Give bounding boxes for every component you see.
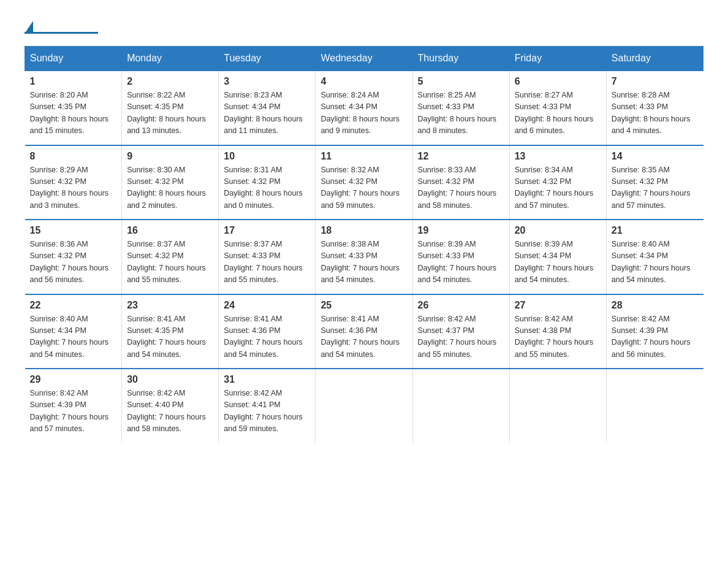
- calendar-cell: 26 Sunrise: 8:42 AMSunset: 4:37 PMDaylig…: [412, 294, 509, 369]
- weekday-header-friday: Friday: [509, 47, 606, 71]
- day-number: 23: [127, 300, 213, 311]
- calendar-cell: 4 Sunrise: 8:24 AMSunset: 4:34 PMDayligh…: [316, 71, 412, 145]
- calendar-cell: 22 Sunrise: 8:40 AMSunset: 4:34 PMDaylig…: [25, 294, 122, 369]
- day-info: Sunrise: 8:34 AMSunset: 4:32 PMDaylight:…: [515, 164, 601, 212]
- day-number: 9: [127, 151, 213, 162]
- day-info: Sunrise: 8:36 AMSunset: 4:32 PMDaylight:…: [30, 239, 117, 286]
- weekday-header-wednesday: Wednesday: [316, 47, 412, 71]
- day-number: 22: [30, 300, 117, 311]
- calendar-cell: 8 Sunrise: 8:29 AMSunset: 4:32 PMDayligh…: [25, 145, 122, 220]
- day-number: 4: [320, 76, 407, 87]
- calendar-cell: [509, 369, 606, 443]
- calendar-cell: 11 Sunrise: 8:32 AMSunset: 4:32 PMDaylig…: [316, 145, 412, 220]
- day-number: 2: [127, 76, 213, 87]
- calendar-cell: 29 Sunrise: 8:42 AMSunset: 4:39 PMDaylig…: [25, 369, 122, 443]
- logo: [25, 18, 98, 34]
- calendar-body: 1 Sunrise: 8:20 AMSunset: 4:35 PMDayligh…: [25, 71, 703, 443]
- day-number: 7: [612, 76, 699, 87]
- calendar-cell: 18 Sunrise: 8:38 AMSunset: 4:33 PMDaylig…: [316, 220, 412, 294]
- day-info: Sunrise: 8:42 AMSunset: 4:39 PMDaylight:…: [612, 313, 699, 361]
- calendar-cell: 9 Sunrise: 8:30 AMSunset: 4:32 PMDayligh…: [122, 145, 219, 220]
- logo-triangle-icon: [26, 21, 33, 32]
- calendar-cell: 6 Sunrise: 8:27 AMSunset: 4:33 PMDayligh…: [509, 71, 606, 145]
- day-number: 5: [418, 76, 504, 87]
- calendar-cell: 30 Sunrise: 8:42 AMSunset: 4:40 PMDaylig…: [122, 369, 219, 443]
- day-number: 3: [224, 76, 310, 87]
- calendar-cell: [316, 369, 412, 443]
- day-number: 31: [224, 374, 310, 385]
- day-number: 29: [30, 374, 117, 385]
- day-number: 25: [320, 300, 407, 311]
- weekday-header-saturday: Saturday: [606, 47, 703, 71]
- logo-underline: [25, 32, 98, 34]
- calendar-cell: 21 Sunrise: 8:40 AMSunset: 4:34 PMDaylig…: [606, 220, 703, 294]
- day-number: 17: [224, 225, 310, 236]
- day-number: 12: [418, 151, 504, 162]
- day-info: Sunrise: 8:27 AMSunset: 4:33 PMDaylight:…: [515, 90, 601, 137]
- day-info: Sunrise: 8:20 AMSunset: 4:35 PMDaylight:…: [30, 90, 117, 137]
- calendar-cell: 19 Sunrise: 8:39 AMSunset: 4:33 PMDaylig…: [412, 220, 509, 294]
- calendar-cell: 10 Sunrise: 8:31 AMSunset: 4:32 PMDaylig…: [219, 145, 316, 220]
- day-number: 24: [224, 300, 310, 311]
- day-number: 1: [30, 76, 117, 87]
- day-number: 27: [515, 300, 601, 311]
- day-number: 28: [612, 300, 699, 311]
- day-info: Sunrise: 8:33 AMSunset: 4:32 PMDaylight:…: [418, 164, 504, 212]
- calendar-week-row: 8 Sunrise: 8:29 AMSunset: 4:32 PMDayligh…: [25, 145, 703, 220]
- calendar-week-row: 15 Sunrise: 8:36 AMSunset: 4:32 PMDaylig…: [25, 220, 703, 294]
- calendar-cell: 27 Sunrise: 8:42 AMSunset: 4:38 PMDaylig…: [509, 294, 606, 369]
- calendar-week-row: 22 Sunrise: 8:40 AMSunset: 4:34 PMDaylig…: [25, 294, 703, 369]
- calendar-table: SundayMondayTuesdayWednesdayThursdayFrid…: [25, 46, 703, 443]
- calendar-cell: 14 Sunrise: 8:35 AMSunset: 4:32 PMDaylig…: [606, 145, 703, 220]
- calendar-cell: 7 Sunrise: 8:28 AMSunset: 4:33 PMDayligh…: [606, 71, 703, 145]
- day-info: Sunrise: 8:31 AMSunset: 4:32 PMDaylight:…: [224, 164, 310, 212]
- calendar-week-row: 29 Sunrise: 8:42 AMSunset: 4:39 PMDaylig…: [25, 369, 703, 443]
- calendar-cell: 5 Sunrise: 8:25 AMSunset: 4:33 PMDayligh…: [412, 71, 509, 145]
- calendar-header: SundayMondayTuesdayWednesdayThursdayFrid…: [25, 47, 703, 71]
- calendar-cell: 28 Sunrise: 8:42 AMSunset: 4:39 PMDaylig…: [606, 294, 703, 369]
- day-info: Sunrise: 8:28 AMSunset: 4:33 PMDaylight:…: [612, 90, 699, 137]
- calendar-cell: [412, 369, 509, 443]
- day-info: Sunrise: 8:40 AMSunset: 4:34 PMDaylight:…: [612, 239, 699, 286]
- calendar-cell: 2 Sunrise: 8:22 AMSunset: 4:35 PMDayligh…: [122, 71, 219, 145]
- day-number: 26: [418, 300, 504, 311]
- calendar-cell: 20 Sunrise: 8:39 AMSunset: 4:34 PMDaylig…: [509, 220, 606, 294]
- day-number: 16: [127, 225, 213, 236]
- day-info: Sunrise: 8:42 AMSunset: 4:40 PMDaylight:…: [127, 388, 213, 435]
- calendar-cell: 16 Sunrise: 8:37 AMSunset: 4:32 PMDaylig…: [122, 220, 219, 294]
- day-info: Sunrise: 8:37 AMSunset: 4:33 PMDaylight:…: [224, 239, 310, 286]
- day-info: Sunrise: 8:24 AMSunset: 4:34 PMDaylight:…: [320, 90, 407, 137]
- day-info: Sunrise: 8:22 AMSunset: 4:35 PMDaylight:…: [127, 90, 213, 137]
- weekday-header-tuesday: Tuesday: [219, 47, 316, 71]
- day-number: 10: [224, 151, 310, 162]
- calendar-cell: 31 Sunrise: 8:42 AMSunset: 4:41 PMDaylig…: [219, 369, 316, 443]
- day-info: Sunrise: 8:39 AMSunset: 4:34 PMDaylight:…: [515, 239, 601, 286]
- day-info: Sunrise: 8:29 AMSunset: 4:32 PMDaylight:…: [30, 164, 117, 212]
- calendar-cell: 24 Sunrise: 8:41 AMSunset: 4:36 PMDaylig…: [219, 294, 316, 369]
- day-number: 6: [515, 76, 601, 87]
- day-info: Sunrise: 8:25 AMSunset: 4:33 PMDaylight:…: [418, 90, 504, 137]
- day-number: 19: [418, 225, 504, 236]
- day-info: Sunrise: 8:37 AMSunset: 4:32 PMDaylight:…: [127, 239, 213, 286]
- day-number: 30: [127, 374, 213, 385]
- calendar-week-row: 1 Sunrise: 8:20 AMSunset: 4:35 PMDayligh…: [25, 71, 703, 145]
- day-number: 11: [320, 151, 407, 162]
- weekday-header-thursday: Thursday: [412, 47, 509, 71]
- day-number: 20: [515, 225, 601, 236]
- day-number: 8: [30, 151, 117, 162]
- day-number: 15: [30, 225, 117, 236]
- day-info: Sunrise: 8:38 AMSunset: 4:33 PMDaylight:…: [320, 239, 407, 286]
- calendar-cell: 3 Sunrise: 8:23 AMSunset: 4:34 PMDayligh…: [219, 71, 316, 145]
- calendar-cell: 17 Sunrise: 8:37 AMSunset: 4:33 PMDaylig…: [219, 220, 316, 294]
- day-info: Sunrise: 8:41 AMSunset: 4:35 PMDaylight:…: [127, 313, 213, 361]
- day-number: 18: [320, 225, 407, 236]
- calendar-cell: 15 Sunrise: 8:36 AMSunset: 4:32 PMDaylig…: [25, 220, 122, 294]
- day-info: Sunrise: 8:35 AMSunset: 4:32 PMDaylight:…: [612, 164, 699, 212]
- day-info: Sunrise: 8:30 AMSunset: 4:32 PMDaylight:…: [127, 164, 213, 212]
- day-info: Sunrise: 8:41 AMSunset: 4:36 PMDaylight:…: [224, 313, 310, 361]
- day-info: Sunrise: 8:42 AMSunset: 4:38 PMDaylight:…: [515, 313, 601, 361]
- day-number: 21: [612, 225, 699, 236]
- day-info: Sunrise: 8:32 AMSunset: 4:32 PMDaylight:…: [320, 164, 407, 212]
- calendar-cell: 12 Sunrise: 8:33 AMSunset: 4:32 PMDaylig…: [412, 145, 509, 220]
- day-info: Sunrise: 8:39 AMSunset: 4:33 PMDaylight:…: [418, 239, 504, 286]
